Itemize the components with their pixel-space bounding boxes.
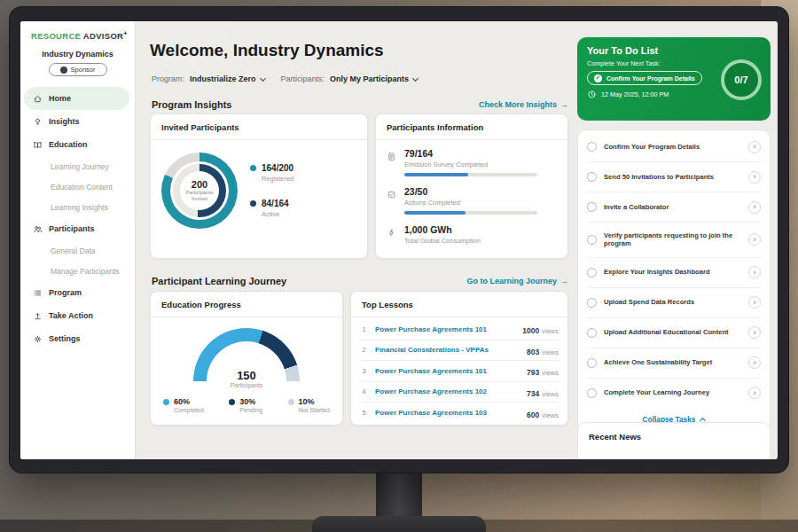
task-item[interactable]: Verify participants requesting to join t… [587, 223, 761, 258]
task-checkbox[interactable] [587, 298, 597, 308]
task-item[interactable]: Upload Spend Data Records › [587, 288, 761, 318]
task-checkbox[interactable] [587, 202, 597, 212]
legend-value: 30% [239, 397, 262, 406]
legend-value: 60% [174, 397, 204, 406]
lesson-link[interactable]: Power Purchase Agreements 101 [375, 367, 520, 375]
monitor-stand-base [312, 516, 486, 532]
chevron-right-icon[interactable]: › [748, 171, 761, 184]
legend-label: Not Started [299, 407, 330, 413]
legend-dot-not-started [288, 399, 294, 405]
lesson-views-count: 803 [527, 348, 539, 356]
top-lessons-card: Top Lessons 1 Power Purchase Agreements … [350, 291, 568, 426]
program-insights-header: Program Insights Check More Insights → [152, 99, 568, 110]
sidebar-item-home[interactable]: Home [24, 87, 129, 110]
chevron-right-icon[interactable]: › [748, 296, 761, 309]
chevron-right-icon[interactable]: › [748, 356, 761, 369]
donut-center-value: 200 [192, 179, 207, 190]
lesson-link[interactable]: Power Purchase Agreements 102 [375, 387, 520, 395]
legend-label: Completed [174, 407, 204, 413]
todo-title: Your To Do List [587, 45, 761, 56]
sidebar-item-label: Insights [49, 117, 80, 126]
section-title: Participant Learning Journey [152, 276, 286, 286]
survey-icon [387, 149, 397, 176]
legend-item: 84/164 Active [250, 199, 293, 218]
chevron-down-icon [259, 74, 265, 81]
lesson-views-count: 734 [527, 389, 539, 398]
task-label: Upload Additional Educational Content [604, 328, 741, 337]
next-task-pill[interactable]: ✓ Confirm Your Program Details [587, 71, 702, 85]
filters-bar: Program: Industrialize Zero Participants… [152, 74, 418, 83]
recent-news-title: Recent News [589, 432, 641, 442]
logo-text-resource: RESOURCE [31, 31, 81, 41]
sidebar-item-settings[interactable]: Settings [24, 327, 129, 350]
chevron-right-icon[interactable]: › [748, 266, 761, 278]
card-title: Participants Information [376, 114, 567, 140]
education-progress-card: Education Progress 150 Participants 60% [150, 291, 343, 426]
sidebar-item-take-action[interactable]: Take Action [24, 304, 129, 327]
task-checkbox[interactable] [587, 388, 597, 398]
task-checkbox[interactable] [587, 268, 597, 278]
participants-select[interactable]: Only My Participants [330, 74, 418, 83]
energy-icon [387, 225, 397, 245]
task-item[interactable]: Upload Additional Educational Content › [587, 318, 761, 348]
chevron-right-icon[interactable]: › [748, 141, 761, 153]
go-to-learning-journey-link[interactable]: Go to Learning Journey → [466, 277, 568, 286]
program-select[interactable]: Industrialize Zero [190, 74, 265, 83]
sidebar-item-label: Program [49, 288, 82, 297]
sidebar-item-learning-insights[interactable]: Learning Insights [24, 197, 129, 217]
task-checkbox[interactable] [587, 142, 597, 152]
task-checkbox[interactable] [587, 328, 597, 338]
chevron-down-icon [412, 74, 419, 81]
sidebar-item-education-content[interactable]: Education Content [24, 176, 129, 197]
lesson-rank: 5 [360, 409, 368, 417]
section-title: Program Insights [152, 99, 231, 110]
sidebar-item-general-data[interactable]: General Data [24, 240, 129, 261]
lesson-views-suffix: views [542, 411, 559, 419]
check-more-insights-link[interactable]: Check More Insights → [479, 100, 568, 109]
book-icon [32, 140, 43, 150]
lesson-views-count: 1000 [522, 326, 539, 335]
chevron-right-icon[interactable]: › [748, 233, 761, 246]
info-row-global-consumption: 1,000 GWh Total Global Consumption [387, 224, 557, 245]
sidebar-item-insights[interactable]: Insights [24, 110, 129, 133]
lesson-link[interactable]: Power Purchase Agreements 103 [375, 409, 520, 417]
task-item[interactable]: Achieve One Sustainability Target › [587, 348, 761, 379]
legend-value: 84/164 [262, 199, 289, 208]
arrow-right-icon: → [560, 277, 568, 286]
lesson-views-count: 600 [527, 411, 539, 419]
next-task-datetime: 12 May 2025, 12:00 PM [601, 90, 669, 98]
checklist-icon [387, 187, 397, 215]
lesson-link[interactable]: Financial Considerations - VPPAs [375, 346, 520, 354]
sidebar-item-learning-journey[interactable]: Learning Journey [24, 156, 129, 176]
invited-participants-donut: 200 Participants Invited [161, 153, 238, 229]
task-item[interactable]: Send 50 Invitations to Participants › [587, 162, 761, 192]
task-item[interactable]: Complete Your Learning Journey › [587, 379, 761, 408]
next-task-label: Confirm Your Program Details [606, 75, 695, 82]
sponsor-icon [60, 66, 67, 74]
chevron-right-icon[interactable]: › [748, 326, 761, 339]
sponsor-badge: Sponsor [49, 63, 107, 76]
chevron-right-icon[interactable]: › [748, 201, 761, 214]
lesson-link[interactable]: Power Purchase Agreements 101 [375, 325, 515, 333]
gauge-center-value: 150 [193, 369, 300, 382]
sidebar-item-participants[interactable]: Participants [24, 217, 129, 240]
task-item[interactable]: Confirm Your Program Details › [587, 132, 761, 162]
task-label: Explore Your Insights Dashboard [604, 268, 741, 277]
task-item[interactable]: Explore Your Insights Dashboard › [587, 258, 761, 288]
task-checkbox[interactable] [587, 172, 597, 182]
lightbulb-icon [32, 117, 43, 127]
sidebar-item-label: Education [49, 140, 88, 149]
todo-panel: Your To Do List Complete Your Next Task:… [577, 21, 771, 459]
sidebar-item-program[interactable]: Program [24, 281, 129, 304]
task-checkbox[interactable] [587, 235, 597, 245]
info-row-actions-completed: 23/50 Actions Completed [387, 186, 557, 215]
task-item[interactable]: Invite a Collaborator › [587, 192, 761, 223]
legend-label: Active [262, 210, 289, 218]
chevron-right-icon[interactable]: › [748, 387, 761, 399]
sidebar-item-manage-participants[interactable]: Manage Participants [24, 261, 129, 281]
legend-item: 10% Not Started [288, 397, 330, 413]
task-label: Send 50 Invitations to Participants [604, 173, 741, 182]
task-checkbox[interactable] [587, 358, 597, 368]
sidebar-item-label: Take Action [49, 311, 93, 320]
sidebar-item-education[interactable]: Education [24, 133, 129, 156]
